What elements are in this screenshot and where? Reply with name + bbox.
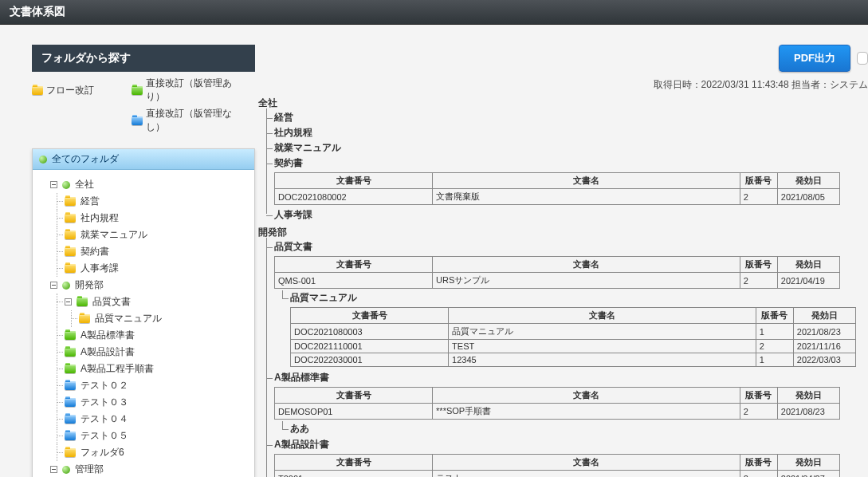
folder-blue-icon [132, 116, 143, 125]
folder-blue-icon [65, 432, 76, 440]
diagram-group: 人事考課 [274, 209, 312, 220]
tree-node[interactable]: テスト０３ [65, 394, 251, 411]
tree-node[interactable]: 品質マニュアル [79, 310, 251, 327]
tree-node-admin[interactable]: 管理部 [50, 461, 251, 477]
page-title: 文書体系図 [10, 5, 65, 18]
tree-node-dev[interactable]: 開発部 [50, 277, 251, 294]
folder-yellow-icon [65, 197, 76, 206]
expander-icon[interactable] [50, 466, 57, 473]
folder-blue-icon [65, 415, 76, 424]
folder-yellow-icon [32, 86, 43, 95]
diagram-sub-quality-manual: 品質マニュアル [290, 292, 357, 303]
tree-node[interactable]: 契約書 [65, 243, 251, 260]
folder-yellow-icon [65, 264, 76, 273]
tree-node[interactable]: 経営 [65, 193, 251, 210]
legend-direct1: 直接改訂（版管理あり） [132, 77, 247, 104]
secondary-button[interactable] [857, 52, 868, 65]
folder-yellow-icon [65, 247, 76, 256]
folder-green-icon [77, 298, 88, 306]
diagram-group: 経営 [274, 112, 293, 123]
tree-node[interactable]: 社内規程 [65, 210, 251, 227]
tree-root-icon [39, 156, 47, 164]
table-row[interactable]: DOC2021080003品質マニュアル12021/08/23 [291, 324, 856, 340]
folder-green-icon [65, 331, 76, 340]
table-row[interactable]: DEMOSOP01***SOP手順書22021/08/23 [275, 404, 840, 420]
tree-node[interactable]: A製品標準書 [65, 327, 251, 344]
folder-blue-icon [65, 398, 76, 407]
tree-node[interactable]: 人事考課 [65, 260, 251, 277]
table-row[interactable]: DOC2021080002文書廃棄版22021/08/05 [275, 189, 840, 205]
folder-green-icon [65, 365, 76, 373]
tree-node[interactable]: テスト０２ [65, 377, 251, 394]
legend-direct2: 直接改訂（版管理なし） [132, 107, 247, 134]
folder-search-header: フォルダから探す [32, 45, 255, 72]
folder-yellow-icon [65, 448, 76, 457]
legend-flow: フロー改訂 [32, 77, 132, 104]
page-title-bar: 文書体系図 [0, 0, 868, 25]
folder-blue-icon [65, 381, 76, 390]
diagram-group-contract: 契約書 [274, 157, 303, 168]
tree-node[interactable]: テスト０５ [65, 428, 251, 444]
folder-tree: 全社 経営 社内規程 就業マニュアル 契約書 人事考課 [36, 176, 251, 477]
legend: フロー改訂 直接改訂（版管理あり） 直接改訂（版管理なし） [32, 77, 255, 134]
std-table: 文書番号文書名版番号発効日 DEMOSOP01***SOP手順書22021/08… [274, 387, 840, 420]
table-row[interactable]: QMS-001URSサンプル22021/04/19 [275, 273, 840, 289]
quality-manual-table: 文書番号文書名版番号発効日 DOC2021080003品質マニュアル12021/… [290, 307, 856, 367]
tree-group-icon [62, 466, 70, 474]
tree-node[interactable]: A製品設計書 [65, 344, 251, 361]
right-column: PDF出力 取得日時：2022/03/31 11:43:48 担当者：システム … [255, 45, 868, 477]
expander-icon[interactable] [50, 181, 57, 188]
diagram-root: 全社 [258, 97, 868, 110]
diagram-group: 社内規程 [274, 127, 312, 138]
diagram-sub-aa: ああ [290, 423, 309, 434]
diagram-group-design: A製品設計書 [274, 439, 329, 450]
tree-group-icon [62, 282, 70, 290]
tree-group-icon [62, 181, 70, 189]
folder-tree-panel: 全てのフォルダ 全社 経営 社内規程 就業マニュアル [32, 148, 255, 477]
tree-node[interactable]: A製品工程手順書 [65, 361, 251, 377]
diagram-group-std: A製品標準書 [274, 372, 329, 383]
tree-node[interactable]: フォルダ6 [65, 444, 251, 461]
expander-icon[interactable] [50, 282, 57, 289]
tree-node[interactable]: テスト０４ [65, 411, 251, 428]
table-row[interactable]: T0001テスト22021/04/27 [275, 471, 840, 478]
diagram-dev-root: 開発部 [258, 226, 868, 239]
left-column: フォルダから探す フロー改訂 直接改訂（版管理あり） 直接改訂（版管理なし） 全… [0, 45, 255, 477]
folder-yellow-icon [65, 231, 76, 239]
contract-table: 文書番号文書名版番号発効日 DOC2021080002文書廃棄版22021/08… [274, 172, 840, 205]
tree-node-root[interactable]: 全社 [50, 176, 251, 193]
document-system-diagram: 全社 経営 社内規程 就業マニュアル 契約書 文書番号文書名版番号発効日 DOC… [258, 97, 868, 477]
folder-yellow-icon [79, 314, 90, 323]
design-table: 文書番号文書名版番号発効日 T0001テスト22021/04/27 [274, 454, 840, 477]
diagram-group: 就業マニュアル [274, 142, 341, 153]
folder-green-icon [65, 348, 76, 357]
tree-node[interactable]: 就業マニュアル [65, 227, 251, 243]
tree-node[interactable]: 品質文書 [65, 294, 251, 310]
folder-yellow-icon [65, 214, 76, 223]
retrieval-meta: 取得日時：2022/03/31 11:43:48 担当者：システム [258, 78, 868, 92]
table-row[interactable]: DOC20220300011234512022/03/03 [291, 353, 856, 367]
folder-tree-header[interactable]: 全てのフォルダ [33, 149, 254, 170]
folder-green-icon [132, 86, 143, 95]
expander-icon[interactable] [65, 298, 72, 306]
diagram-group-quality: 品質文書 [274, 241, 312, 252]
quality-table: 文書番号文書名版番号発効日 QMS-001URSサンプル22021/04/19 [274, 256, 840, 289]
pdf-export-button[interactable]: PDF出力 [779, 45, 850, 72]
table-row[interactable]: DOC2021110001TEST22021/11/16 [291, 340, 856, 353]
